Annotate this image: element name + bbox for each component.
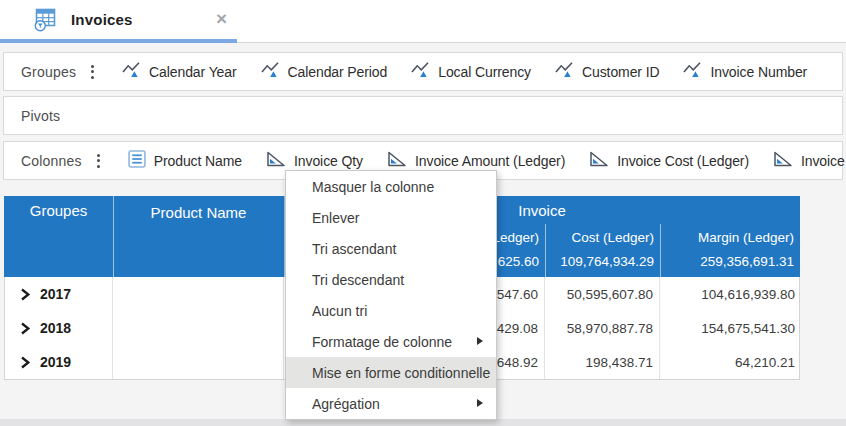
measure-column-icon	[387, 150, 407, 171]
chevron-right-icon[interactable]	[19, 322, 31, 335]
columns-chips: Product Name Invoice Qty Invoice Amount …	[128, 150, 846, 172]
header-product-name[interactable]: Product Name	[113, 201, 284, 225]
dimension-field-icon	[555, 61, 574, 82]
pivots-bar[interactable]: Pivots	[3, 96, 843, 135]
column-context-menu: Masquer la colonne Enlever Tri ascendant…	[285, 170, 497, 420]
menu-item-masquer-la-colonne[interactable]: Masquer la colonne	[286, 171, 496, 202]
grand-total-cost: 109,764,934.29	[545, 248, 660, 274]
groups-menu-icon[interactable]	[87, 62, 98, 82]
cell-cost: 58,970,887.78	[545, 311, 660, 345]
measure-column-icon	[773, 150, 793, 171]
group-field-customer-id[interactable]: Customer ID	[555, 61, 659, 82]
column-field-invoice-margin[interactable]: Invoice Margin (Ledger)	[773, 150, 846, 171]
measure-column-icon	[589, 150, 609, 171]
tab-title: Invoices	[71, 11, 133, 28]
measure-column-icon	[266, 150, 286, 171]
header-margin-ledger[interactable]: Margin (Ledger)	[660, 224, 800, 250]
header-groupes[interactable]: Groupes	[4, 196, 113, 224]
menu-item-formatage-de-colonne[interactable]: Formatage de colonne	[286, 326, 496, 357]
cell-margin: 154,675,541.30	[660, 311, 801, 345]
group-field-local-currency[interactable]: Local Currency	[411, 61, 531, 82]
chevron-right-icon[interactable]	[19, 288, 31, 301]
column-field-invoice-qty[interactable]: Invoice Qty	[266, 150, 363, 171]
grand-total-margin: 259,356,691.31	[660, 248, 800, 274]
column-field-invoice-cost[interactable]: Invoice Cost (Ledger)	[589, 150, 749, 171]
groups-bar-label: Groupes	[21, 64, 76, 80]
submenu-arrow-icon	[477, 337, 483, 345]
submenu-arrow-icon	[477, 399, 483, 407]
header-cost-ledger[interactable]: Cost (Ledger)	[545, 224, 660, 250]
row-2019-group-cell[interactable]: 2019	[5, 345, 113, 379]
groups-bar: Groupes Calendar Year Calendar Period Lo…	[3, 52, 843, 91]
row-2018-group-cell[interactable]: 2018	[5, 311, 113, 345]
menu-item-aucun-tri[interactable]: Aucun tri	[286, 295, 496, 326]
tab-invoices[interactable]: Invoices ×	[0, 0, 237, 39]
cell-margin: 104,616,939.80	[660, 277, 801, 311]
menu-item-enlever[interactable]: Enlever	[286, 202, 496, 233]
menu-item-mise-en-forme-conditionnelle[interactable]: Mise en forme conditionnelle	[286, 357, 496, 388]
chevron-right-icon[interactable]	[19, 356, 31, 369]
group-field-invoice-number[interactable]: Invoice Number	[683, 61, 807, 82]
pivots-bar-label: Pivots	[21, 108, 60, 124]
dimension-field-icon	[261, 61, 280, 82]
table-filter-icon	[33, 7, 58, 32]
window-bottom-edge	[0, 419, 846, 426]
columns-bar-label: Colonnes	[21, 153, 82, 169]
dimension-field-icon	[122, 61, 141, 82]
cell-cost: 50,595,607.80	[545, 277, 660, 311]
menu-item-agregation[interactable]: Agrégation	[286, 388, 496, 419]
tab-bar: Invoices ×	[0, 0, 846, 43]
column-field-invoice-amount[interactable]: Invoice Amount (Ledger)	[387, 150, 565, 171]
document-lines-icon	[128, 150, 146, 172]
column-field-product-name[interactable]: Product Name	[128, 150, 242, 172]
cell-margin: 64,210.21	[660, 345, 801, 379]
close-icon[interactable]: ×	[216, 8, 227, 30]
pivot-grid-window: Invoices × Groupes Calendar Year Calenda…	[0, 0, 846, 426]
cell-cost: 198,438.71	[545, 345, 660, 379]
menu-item-tri-descendant[interactable]: Tri descendant	[286, 264, 496, 295]
dimension-field-icon	[411, 61, 430, 82]
groups-chips: Calendar Year Calendar Period Local Curr…	[122, 61, 807, 82]
active-tab-underline	[0, 39, 237, 43]
group-field-calendar-period[interactable]: Calendar Period	[261, 61, 388, 82]
columns-menu-icon[interactable]	[93, 151, 104, 171]
row-2017-group-cell[interactable]: 2017	[5, 277, 113, 311]
menu-item-tri-ascendant[interactable]: Tri ascendant	[286, 233, 496, 264]
dimension-field-icon	[683, 61, 702, 82]
group-field-calendar-year[interactable]: Calendar Year	[122, 61, 236, 82]
